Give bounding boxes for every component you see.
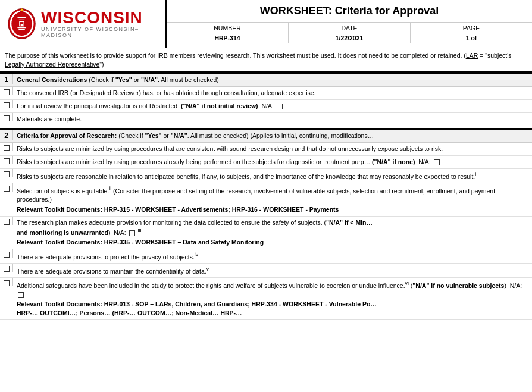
svg-rect-6	[21, 24, 23, 26]
section-1-header: 1 General Considerations (Check if "Yes"…	[0, 73, 532, 87]
date-value: 1/22/2021	[289, 33, 411, 43]
checkbox-2-5[interactable]	[4, 219, 10, 225]
section-2-row-6: There are adequate provisions to protect…	[0, 249, 532, 264]
checkbox-1-1[interactable]	[4, 89, 10, 95]
svg-rect-3	[17, 17, 26, 18]
na-checkbox-2-8[interactable]	[18, 292, 24, 298]
svg-rect-7	[17, 27, 26, 28]
svg-point-10	[21, 9, 23, 11]
date-label: DATE	[289, 23, 411, 33]
number-label: NUMBER	[167, 23, 289, 33]
checkbox-1-2[interactable]	[4, 102, 10, 108]
section-2-num: 2	[0, 130, 13, 140]
section-1-title: General Considerations (Check if "Yes" o…	[13, 74, 532, 86]
logo-area: WISCONSIN UNIVERSITY OF WISCONSIN–MADISO…	[0, 0, 167, 48]
checkbox-2-6[interactable]	[4, 252, 10, 258]
section-2-title: Criteria for Approval of Research: (Chec…	[13, 130, 532, 142]
worksheet-title: WORKSHEET: Criteria for Approval	[167, 0, 532, 23]
section-2-row-8: Additional safeguards have been included…	[0, 278, 532, 319]
section-1-row-3: Materials are complete.	[0, 113, 532, 126]
university-subtitle: UNIVERSITY OF WISCONSIN–MADISON	[41, 26, 158, 38]
section-2-row-1: Risks to subjects are minimized by using…	[0, 143, 532, 156]
number-value: HRP-314	[167, 33, 289, 43]
section-2-header: 2 Criteria for Approval of Research: (Ch…	[0, 128, 532, 143]
checkbox-2-2[interactable]	[4, 158, 10, 164]
section-2-row-2: Risks to subjects are minimized by using…	[0, 156, 532, 169]
na-checkbox-2-5[interactable]	[129, 230, 135, 236]
checkbox-2-8[interactable]	[4, 280, 10, 286]
checkbox-1-3[interactable]	[4, 115, 10, 121]
page-label: PAGE	[411, 23, 532, 33]
svg-rect-8	[18, 29, 25, 30]
relevant-2-5: Relevant Toolkit Documents: HRP-335 - WO…	[17, 238, 528, 247]
university-name: WISCONSIN	[41, 10, 158, 26]
page-value: 1 of	[411, 33, 532, 43]
section-2-row-5: The research plan makes adequate provisi…	[0, 217, 532, 250]
header-right: WORKSHEET: Criteria for Approval NUMBER …	[167, 0, 532, 48]
section-1-row-1: The convened IRB (or Designated Reviewer…	[0, 87, 532, 100]
section-2-row-4: Selection of subjects is equitable.ii (C…	[0, 183, 532, 217]
svg-rect-4	[18, 20, 25, 20]
section-1-num: 1	[0, 74, 13, 84]
relevant-2-4: Relevant Toolkit Documents: HRP-315 - WO…	[17, 205, 528, 214]
logo-text: WISCONSIN UNIVERSITY OF WISCONSIN–MADISO…	[41, 10, 158, 38]
section-2-row-7: There are adequate provisions to maintai…	[0, 264, 532, 278]
checkbox-2-1[interactable]	[4, 145, 10, 151]
uw-crest-icon	[7, 6, 36, 42]
na-checkbox-1-2[interactable]	[277, 104, 283, 109]
relevant-2-8: Relevant Toolkit Documents: HRP-013 - SO…	[17, 300, 528, 317]
section-2-row-3: Risks to subjects are reasonable in rela…	[0, 169, 532, 183]
checkbox-2-4[interactable]	[4, 186, 10, 192]
intro-text: The purpose of this worksheet is to prov…	[0, 48, 532, 73]
na-checkbox-2-2[interactable]	[434, 159, 440, 165]
checkbox-2-3[interactable]	[4, 171, 10, 177]
section-1-row-2: For initial review the principal investi…	[0, 100, 532, 113]
checkbox-2-7[interactable]	[4, 266, 10, 272]
page-header: WISCONSIN UNIVERSITY OF WISCONSIN–MADISO…	[0, 0, 532, 48]
